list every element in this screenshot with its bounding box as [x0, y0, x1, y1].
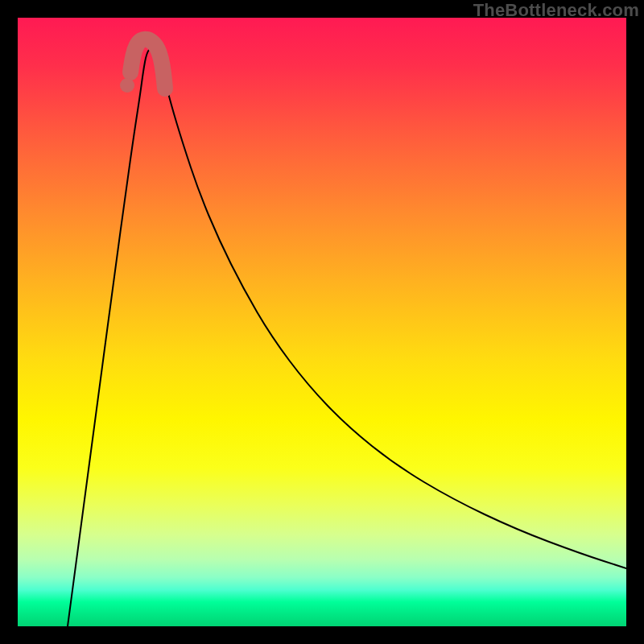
marker-dot: [120, 78, 134, 93]
bottleneck-curve: [68, 48, 626, 626]
chart-frame: TheBottleneck.com: [0, 0, 644, 644]
curve-layer: [18, 18, 626, 626]
plot-area: [18, 18, 626, 626]
marker-j: [130, 39, 165, 89]
